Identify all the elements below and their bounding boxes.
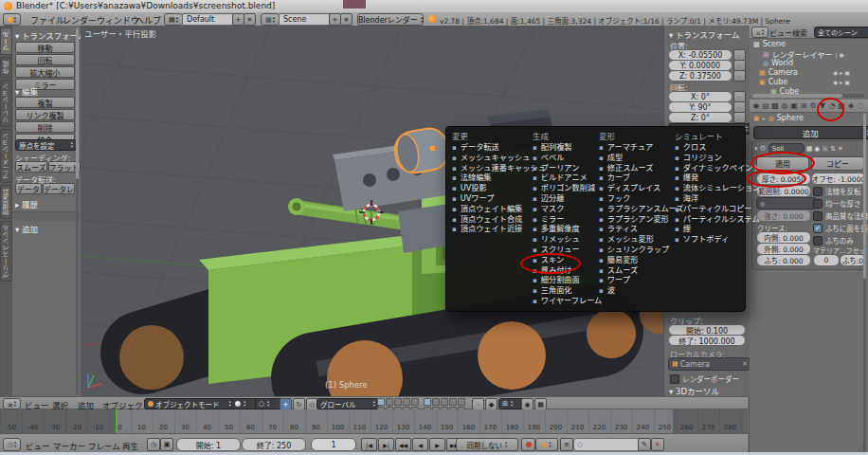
modifier-menu-item[interactable]: ラプラシアンスムーズ — [599, 204, 671, 214]
keying-set-field[interactable]: ○ — [573, 438, 643, 451]
layer-cell[interactable] — [403, 398, 410, 406]
viewport-editor-type-button[interactable]: ▣ ▴▾ — [3, 398, 21, 410]
properties-v-scrollbar[interactable] — [863, 113, 866, 452]
render-border-checkbox[interactable]: レンダーボーダー — [670, 373, 739, 384]
frame-start-field[interactable]: 開始: 1 — [176, 438, 241, 451]
editmode-toggle-icon[interactable]: ▣ — [822, 145, 828, 153]
modifier-menu-item[interactable]: シュリンクラップ — [599, 245, 671, 255]
properties-tab-icon[interactable]: ◔ — [827, 101, 837, 110]
camera-visibility-icons[interactable]: ◉▸▣ — [833, 69, 852, 76]
chevron-down-icon[interactable]: ▾ — [754, 145, 758, 153]
properties-tab-icon[interactable]: ◍ — [780, 101, 789, 110]
modifier-menu-item[interactable]: UV投影 — [452, 183, 530, 193]
modifier-menu-item[interactable]: リメッシュ — [533, 234, 595, 245]
panel-header-history[interactable]: ▸ 履歴 — [15, 198, 38, 209]
clip-end-field[interactable]: 終了: 1000.000 — [668, 335, 746, 346]
frame-end-field[interactable]: 終了: 250 — [242, 438, 306, 451]
tool-button[interactable]: 複製 — [15, 97, 75, 108]
modifier-menu-item[interactable]: メッシュ連番キャッシュ — [452, 163, 530, 173]
render-toggle-icon[interactable]: ▦ — [806, 145, 813, 153]
properties-tab-icon[interactable]: ▼ — [818, 101, 827, 110]
modifier-menu-item[interactable]: メッシュキャッシュ — [452, 153, 530, 163]
modifier-menu-item[interactable]: 三角面化 — [533, 285, 595, 296]
properties-tab-icon[interactable]: ▦ — [837, 101, 846, 110]
autokey-mode-dropdown[interactable]: ▴▾ — [535, 438, 558, 451]
clear-icon[interactable]: ✕ — [742, 360, 748, 368]
even-thickness-checkbox[interactable]: 均一な厚さ — [813, 198, 861, 209]
properties-tab-icon[interactable]: ⊞ — [799, 101, 808, 110]
fill-rim-checkbox[interactable]: ✓ふちに面を張る — [813, 223, 868, 233]
thickness-field[interactable]: 厚さ: 0.0050 — [756, 173, 811, 185]
autokey-record-button[interactable] — [521, 438, 535, 451]
modifier-menu-item[interactable]: スキン — [533, 255, 595, 265]
modifier-menu-item[interactable]: スムーズ — [599, 265, 671, 276]
modifier-menu-item[interactable]: 流体シミュレーション — [675, 183, 743, 193]
modifier-menu-item[interactable]: 多重解像度 — [533, 224, 595, 234]
layer-cell[interactable] — [377, 398, 385, 406]
modifier-menu-item[interactable]: ミラー — [533, 214, 595, 225]
apply-button[interactable]: 適用 — [756, 156, 809, 171]
modifier-menu-item[interactable]: クロス — [675, 142, 743, 153]
tool-shelf-scrollbar[interactable] — [76, 27, 79, 394]
properties-tab-icon[interactable]: ◈ — [846, 101, 856, 110]
modifier-menu-item[interactable]: マスク — [533, 204, 595, 214]
tab-tools[interactable]: ツール — [0, 27, 12, 55]
modifier-menu-item[interactable]: コリジョン — [675, 153, 743, 163]
properties-tab-icon[interactable]: ▩ — [770, 101, 780, 110]
only-rim-checkbox[interactable]: ふちのみ — [813, 235, 854, 246]
timeline-editor-type-button[interactable]: ◷ ▴▾ — [3, 438, 21, 451]
modifier-menu-item[interactable]: 簡易変形 — [599, 255, 671, 265]
properties-tab-icon[interactable]: ▤ — [761, 101, 770, 110]
panel-header-edit[interactable]: ▾ 編集 — [15, 85, 38, 97]
modifier-menu-item[interactable]: パーティクルコピー — [675, 204, 743, 214]
sync-mode-dropdown[interactable]: 同期しない ▴▾ — [456, 438, 518, 451]
high-quality-checkbox[interactable]: 高品質な法線 — [813, 210, 868, 221]
factor-field[interactable]: 強さ: 0.000 — [756, 209, 811, 222]
properties-tab-icon[interactable]: ⚙ — [808, 101, 818, 110]
modifier-menu-item[interactable]: データ転送 — [452, 142, 530, 153]
current-frame-field[interactable]: 1 — [311, 438, 356, 451]
modifier-menu-item[interactable]: 細分割曲面 — [533, 275, 595, 285]
playback-button[interactable]: |◀ — [361, 438, 377, 451]
tool-button[interactable]: リンク複製 — [15, 109, 75, 120]
modifier-menu-item[interactable]: 海洋 — [675, 193, 743, 204]
modifier-menu-item[interactable]: ブーリアン — [533, 163, 595, 173]
modifier-menu-item[interactable]: カーブ — [599, 173, 671, 183]
outliner-row-cube[interactable]: ▣ Cube — [759, 78, 787, 86]
rot-z-field[interactable]: Z: 0° — [668, 112, 732, 123]
modifier-menu-item[interactable]: アーマチュア — [599, 142, 671, 153]
frame-lock-button[interactable]: ▣ — [160, 438, 173, 451]
copy-button[interactable]: コピー — [811, 156, 864, 171]
offset-field[interactable]: オフセ: -1.0000 — [811, 173, 866, 185]
modifier-menu-item[interactable]: メッシュ変形 — [599, 234, 671, 245]
modifier-menu-item[interactable]: ダイナミックペイント — [675, 163, 743, 173]
move-modifier-icon[interactable]: ⇅ — [830, 145, 836, 153]
scene-name-field[interactable]: Scene — [279, 13, 334, 26]
modifier-menu-item[interactable]: 頂点ウェイト合成 — [452, 214, 530, 225]
modifier-menu-item[interactable]: 煙 — [675, 224, 743, 234]
outliner-row-scene[interactable]: ▩ Scene — [753, 40, 786, 48]
layer-cell[interactable] — [411, 398, 419, 406]
modifier-menu-item[interactable]: ベベル — [533, 153, 595, 163]
lock-icon[interactable]: ◦ — [733, 112, 746, 123]
modifier-menu-item[interactable]: 配列複製 — [533, 142, 595, 153]
modifier-menu-item[interactable]: ワープ — [599, 275, 671, 285]
data-layout-button[interactable]: データレ — [43, 183, 75, 194]
scene-browse-icon[interactable]: ▩ ▴▾ — [261, 13, 280, 26]
modifier-menu-item[interactable]: 修正スムーズ — [599, 163, 671, 173]
shade-smooth-button[interactable]: スムーズ — [15, 161, 47, 173]
modifier-name-field[interactable]: Soli — [769, 143, 805, 154]
crease-rim-field[interactable]: ふち: 0.000 — [756, 254, 811, 266]
breadcrumb-object-name[interactable]: Sphere — [777, 114, 804, 122]
modifier-menu-item[interactable]: ラティス — [599, 224, 671, 234]
outliner-view-menu[interactable]: ビュー — [769, 27, 792, 38]
data-button[interactable]: データ — [15, 183, 42, 194]
modifier-menu-item[interactable]: ラプラシアン変形 — [599, 214, 671, 225]
keyingset-menu-button[interactable]: ≡ — [560, 438, 573, 451]
properties-tab-icon[interactable]: ▣ — [789, 101, 799, 110]
clamp-field[interactable]: 範囲制: 0.0000 — [756, 185, 811, 197]
add-modifier-button[interactable]: 追加 ▴▾ — [753, 126, 868, 139]
tool-button[interactable]: 回転 — [15, 54, 75, 65]
layout-close-button[interactable]: ✕ — [244, 13, 256, 26]
layer-cell[interactable] — [441, 398, 448, 406]
